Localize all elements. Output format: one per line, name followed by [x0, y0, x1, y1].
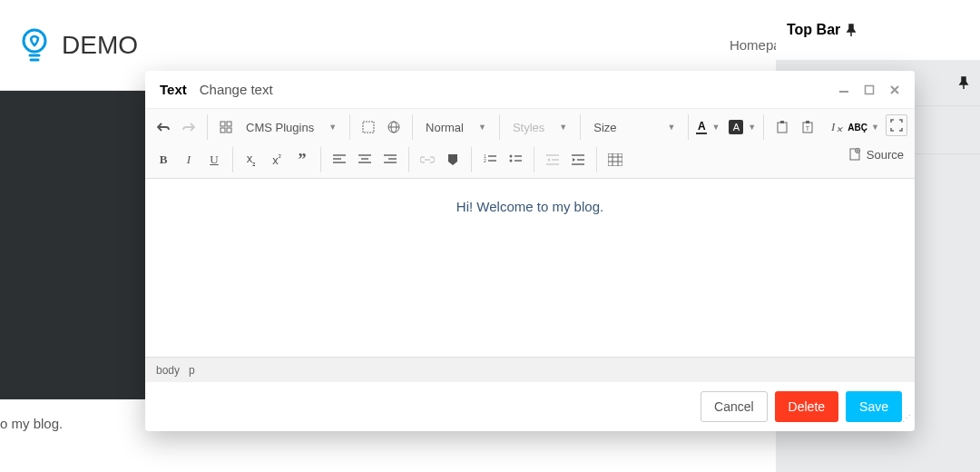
logo-bulb-icon: [18, 25, 51, 65]
delete-button[interactable]: Delete: [775, 391, 838, 422]
resize-grip[interactable]: ⋰: [900, 417, 911, 428]
undo-button[interactable]: [152, 116, 174, 138]
hero-snippet-text: o my blog.: [0, 416, 63, 431]
styles-dropdown[interactable]: Styles ▼: [507, 116, 573, 138]
cms-plugins-label: CMS Plugins: [246, 121, 314, 134]
editor-paragraph[interactable]: Hi! Welcome to my blog.: [165, 199, 895, 214]
align-center-button[interactable]: [354, 149, 376, 171]
svg-rect-14: [780, 121, 784, 123]
svg-rect-5: [220, 122, 225, 126]
svg-rect-13: [778, 123, 787, 133]
editor-statusbar: body p: [145, 357, 915, 382]
outdent-button[interactable]: [542, 149, 564, 171]
bullet-list-button[interactable]: [505, 149, 526, 171]
maximize-button[interactable]: [864, 84, 875, 95]
styles-label: Styles: [513, 121, 544, 134]
svg-rect-8: [227, 128, 231, 133]
paragraph-format-dropdown[interactable]: Normal ▼: [420, 116, 492, 138]
window-controls: [838, 84, 900, 95]
svg-rect-7: [220, 128, 225, 133]
show-blocks-button[interactable]: [358, 116, 379, 138]
source-label: Source: [867, 148, 904, 162]
logo-group: DEMO: [18, 25, 138, 65]
elements-path-body[interactable]: body: [156, 364, 180, 377]
chevron-down-icon: ▼: [668, 123, 676, 132]
modal-footer: Cancel Delete Save ⋰: [145, 382, 915, 431]
svg-point-33: [510, 160, 513, 162]
cancel-button[interactable]: Cancel: [701, 391, 768, 422]
table-button[interactable]: [604, 149, 626, 171]
cms-plugins-dropdown[interactable]: CMS Plugins ▼: [240, 116, 342, 138]
toolbar-row-2: B I U x₂ x² ”: [145, 145, 915, 178]
close-button[interactable]: [889, 84, 900, 95]
pin-icon: [846, 24, 857, 36]
minimize-button[interactable]: [838, 84, 849, 95]
chevron-down-icon: ▼: [559, 123, 567, 132]
svg-point-32: [510, 155, 513, 158]
chevron-down-icon: ▼: [328, 123, 337, 132]
indent-button[interactable]: [567, 149, 589, 171]
svg-rect-42: [608, 153, 622, 166]
chevron-down-icon: ▼: [711, 123, 720, 132]
toolbar-row-1: CMS Plugins ▼ Normal ▼ S: [145, 109, 915, 145]
brand-name: DEMO: [62, 31, 138, 60]
chevron-down-icon: ▼: [478, 123, 486, 132]
titlebar-left: Text Change text: [160, 82, 273, 97]
svg-rect-9: [363, 122, 374, 133]
paste-text-button[interactable]: T: [797, 116, 818, 138]
editor-content-area[interactable]: Hi! Welcome to my blog.: [145, 179, 915, 357]
chevron-down-icon: ▼: [871, 123, 879, 132]
font-size-dropdown[interactable]: Size ▼: [588, 116, 681, 138]
text-color-button[interactable]: A ▼: [696, 121, 720, 134]
svg-text:2: 2: [484, 158, 486, 163]
svg-rect-27: [448, 154, 457, 162]
anchor-button[interactable]: [442, 149, 464, 171]
source-icon: [848, 148, 861, 161]
globe-button[interactable]: [383, 116, 405, 138]
elements-path-p[interactable]: p: [189, 364, 195, 377]
svg-rect-16: [806, 121, 809, 123]
cms-plugins-icon[interactable]: [215, 116, 237, 138]
superscript-button[interactable]: x²: [266, 149, 288, 171]
fullscreen-button[interactable]: [886, 114, 907, 136]
spellcheck-button[interactable]: ABÇ ▼: [848, 123, 879, 133]
sidebar-title-row[interactable]: Top Bar: [776, 0, 980, 60]
toolbar-right-1: [886, 114, 907, 136]
italic-button[interactable]: I: [178, 149, 200, 171]
text-editor-modal: Text Change text: [145, 71, 915, 431]
svg-rect-6: [227, 122, 231, 126]
editor-toolbar: CMS Plugins ▼ Normal ▼ S: [145, 109, 915, 179]
format-label: Normal: [426, 121, 464, 134]
modal-title-secondary: Change text: [200, 82, 273, 97]
modal-titlebar[interactable]: Text Change text: [145, 71, 915, 109]
pin-icon: [958, 76, 969, 89]
bold-button[interactable]: B: [152, 149, 174, 171]
source-button[interactable]: Source: [845, 143, 907, 165]
link-button[interactable]: [416, 149, 438, 171]
blockquote-button[interactable]: ”: [291, 149, 313, 171]
redo-button[interactable]: [178, 116, 200, 138]
svg-rect-4: [866, 85, 874, 93]
chevron-down-icon: ▼: [748, 123, 756, 132]
numbered-list-button[interactable]: 12: [479, 149, 501, 171]
size-label: Size: [593, 121, 616, 134]
subscript-button[interactable]: x₂: [240, 149, 262, 171]
toolbar-right-2: Source: [845, 143, 907, 165]
save-button[interactable]: Save: [846, 391, 902, 422]
sidebar-title-text: Top Bar: [787, 22, 840, 38]
modal-title-primary: Text: [160, 82, 187, 97]
remove-format-button[interactable]: I✕: [822, 116, 844, 138]
paste-button[interactable]: [771, 116, 793, 138]
underline-button[interactable]: U: [203, 149, 225, 171]
svg-text:T: T: [806, 125, 810, 132]
bg-color-button[interactable]: A ▼: [729, 120, 756, 134]
align-left-button[interactable]: [328, 149, 350, 171]
align-right-button[interactable]: [379, 149, 401, 171]
svg-point-0: [24, 30, 45, 52]
